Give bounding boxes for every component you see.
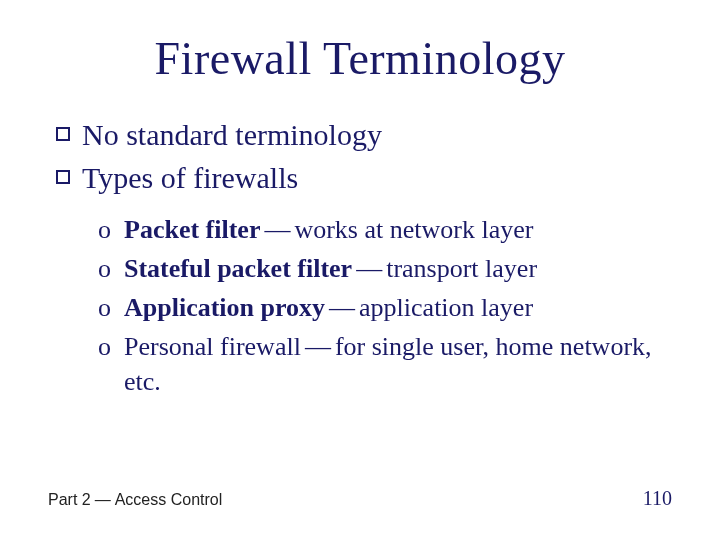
term-bold: Packet filter xyxy=(124,215,260,244)
sub-bullet-text: Stateful packet filter—transport layer xyxy=(124,251,672,286)
emdash-icon: — xyxy=(352,251,386,286)
sub-bullet-text: Packet filter—works at network layer xyxy=(124,212,672,247)
slide-footer: Part 2—Access Control 110 xyxy=(48,487,672,510)
sub-bullet-item: o Packet filter—works at network layer xyxy=(98,212,672,247)
footer-section: Access Control xyxy=(115,491,223,508)
footer-left: Part 2—Access Control xyxy=(48,491,222,509)
bullet-item: No standard terminology xyxy=(56,115,672,156)
sub-bullet-item: o Application proxy—application layer xyxy=(98,290,672,325)
bullet-item: Types of firewalls xyxy=(56,158,672,199)
sub-bullet-text: Application proxy—application layer xyxy=(124,290,672,325)
term-bold: Application proxy xyxy=(124,293,325,322)
bullet-list: No standard terminology Types of firewal… xyxy=(56,115,672,399)
page-number: 110 xyxy=(643,487,672,510)
bullet-text: No standard terminology xyxy=(82,115,382,156)
square-bullet-icon xyxy=(56,170,70,184)
o-bullet-icon: o xyxy=(98,329,120,364)
o-bullet-icon: o xyxy=(98,251,120,286)
sub-bullet-item: o Stateful packet filter—transport layer xyxy=(98,251,672,286)
o-bullet-icon: o xyxy=(98,212,120,247)
term-rest: transport layer xyxy=(386,254,537,283)
footer-part: Part 2 xyxy=(48,491,91,508)
emdash-icon: — xyxy=(260,212,294,247)
bullet-text: Types of firewalls xyxy=(82,158,298,199)
term-rest: application layer xyxy=(359,293,533,322)
term-rest: works at network layer xyxy=(294,215,533,244)
term-bold: Stateful packet filter xyxy=(124,254,352,283)
emdash-icon: — xyxy=(301,329,335,364)
emdash-icon: — xyxy=(325,290,359,325)
sub-bullet-text: Personal firewall—for single user, home … xyxy=(124,329,672,399)
emdash-icon: — xyxy=(91,491,115,509)
sub-bullet-item: o Personal firewall—for single user, hom… xyxy=(98,329,672,399)
term-plain: Personal firewall xyxy=(124,332,301,361)
sub-bullet-list: o Packet filter—works at network layer o… xyxy=(98,212,672,399)
o-bullet-icon: o xyxy=(98,290,120,325)
slide-title: Firewall Terminology xyxy=(48,32,672,85)
square-bullet-icon xyxy=(56,127,70,141)
